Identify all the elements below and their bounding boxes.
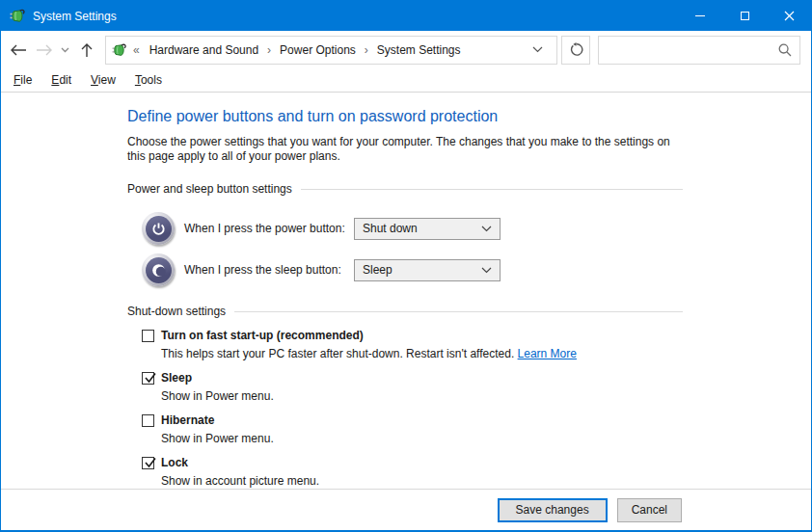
up-arrow-icon xyxy=(81,42,93,58)
section-title: Shut-down settings xyxy=(127,305,234,318)
search-box xyxy=(598,36,800,65)
breadcrumb-system-settings[interactable]: System Settings xyxy=(375,43,463,57)
hibernate-description: Show in Power menu. xyxy=(161,432,683,445)
page-description: Choose the power settings that you want … xyxy=(127,135,687,164)
refresh-icon xyxy=(569,42,583,57)
hibernate-item: Hibernate Show in Power menu. xyxy=(142,413,683,445)
sleep-description: Show in Power menu. xyxy=(161,389,683,403)
check-icon xyxy=(143,455,158,470)
sleep-button-row: When I press the sleep button: Sleep xyxy=(142,253,683,286)
fast-startup-item: Turn on fast start-up (recommended) This… xyxy=(142,329,683,360)
sleep-button-label: When I press the sleep button: xyxy=(184,263,354,277)
maximize-button[interactable] xyxy=(722,1,767,31)
forward-button[interactable] xyxy=(32,36,57,65)
power-button-row: When I press the power button: Shut down xyxy=(142,212,683,245)
chevron-down-icon xyxy=(532,46,543,53)
power-button-dropdown[interactable]: Shut down xyxy=(354,218,501,240)
menu-edit[interactable]: Edit xyxy=(41,70,81,90)
caption-buttons xyxy=(678,1,811,31)
hibernate-checkbox[interactable] xyxy=(142,414,154,427)
menu-view[interactable]: View xyxy=(81,70,125,90)
breadcrumb-separator[interactable]: › xyxy=(358,43,375,57)
fast-startup-description: This helps start your PC faster after sh… xyxy=(161,347,683,360)
power-button-label: When I press the power button: xyxy=(184,222,354,235)
main-content: Define power buttons and turn on passwor… xyxy=(1,93,683,488)
section-power-and-sleep: Power and sleep button settings xyxy=(127,182,683,196)
menu-file[interactable]: File xyxy=(4,70,41,90)
titlebar: System Settings xyxy=(1,1,811,31)
maximize-icon xyxy=(741,12,749,20)
sleep-button-dropdown-value: Sleep xyxy=(363,263,481,277)
up-button[interactable] xyxy=(72,36,101,65)
back-arrow-icon xyxy=(10,44,27,56)
chevron-down-icon xyxy=(481,226,492,232)
moon-symbol-icon xyxy=(149,261,168,279)
forward-arrow-icon xyxy=(36,44,53,56)
address-bar[interactable]: « Hardware and Sound › Power Options › S… xyxy=(105,36,557,65)
chevron-down-icon xyxy=(481,267,492,274)
navigation-bar: « Hardware and Sound › Power Options › S… xyxy=(1,31,811,68)
footer-bar: Save changes Cancel xyxy=(1,489,811,530)
window-title: System Settings xyxy=(33,10,117,23)
sleep-item: Sleep Show in Power menu. xyxy=(142,371,683,403)
search-input[interactable] xyxy=(607,42,778,58)
section-divider xyxy=(234,311,683,312)
hibernate-label[interactable]: Hibernate xyxy=(161,413,214,427)
lock-checkbox[interactable] xyxy=(142,457,154,469)
breadcrumb-hardware-and-sound[interactable]: Hardware and Sound xyxy=(148,43,260,57)
lock-label[interactable]: Lock xyxy=(161,456,188,469)
fast-startup-label[interactable]: Turn on fast start-up (recommended) xyxy=(161,329,364,342)
section-divider xyxy=(301,189,683,190)
sleep-label[interactable]: Sleep xyxy=(161,371,192,385)
breadcrumb-separator[interactable]: › xyxy=(260,43,278,57)
cancel-button[interactable]: Cancel xyxy=(617,498,682,522)
search-icon[interactable] xyxy=(778,43,792,57)
sleep-button-icon-inner xyxy=(146,257,172,283)
refresh-button[interactable] xyxy=(561,36,590,65)
power-symbol-icon xyxy=(150,221,167,237)
page-title: Define power buttons and turn on passwor… xyxy=(127,108,683,125)
recent-pages-button[interactable] xyxy=(57,36,72,65)
lock-item: Lock Show in account picture menu. xyxy=(142,456,683,488)
save-changes-button[interactable]: Save changes xyxy=(498,498,608,522)
check-icon xyxy=(143,370,158,386)
sleep-checkbox[interactable] xyxy=(142,372,154,385)
back-button[interactable] xyxy=(5,36,32,65)
minimize-icon xyxy=(695,15,705,16)
breadcrumb-collapsed-chevrons[interactable]: « xyxy=(133,43,140,57)
menu-tools[interactable]: Tools xyxy=(125,70,172,90)
lock-description: Show in account picture menu. xyxy=(161,474,683,488)
fast-startup-checkbox[interactable] xyxy=(142,330,154,342)
power-plug-icon xyxy=(112,42,127,58)
chevron-down-icon xyxy=(61,47,69,53)
system-settings-window: System Settings xyxy=(0,0,812,532)
power-button-icon-inner xyxy=(146,216,172,242)
section-shutdown-settings: Shut-down settings xyxy=(127,305,683,318)
sleep-button-dropdown[interactable]: Sleep xyxy=(354,259,501,281)
section-title: Power and sleep button settings xyxy=(127,182,301,196)
address-dropdown-button[interactable] xyxy=(525,46,551,53)
breadcrumb-power-options[interactable]: Power Options xyxy=(278,43,358,57)
close-button[interactable] xyxy=(767,1,811,31)
minimize-button[interactable] xyxy=(678,1,722,31)
menu-bar: File Edit View Tools xyxy=(1,68,811,93)
power-button-icon xyxy=(142,212,175,245)
close-icon xyxy=(784,11,795,21)
power-button-dropdown-value: Shut down xyxy=(363,222,481,235)
sleep-button-icon xyxy=(142,253,175,286)
learn-more-link[interactable]: Learn More xyxy=(518,347,577,360)
power-plug-icon xyxy=(10,8,26,24)
